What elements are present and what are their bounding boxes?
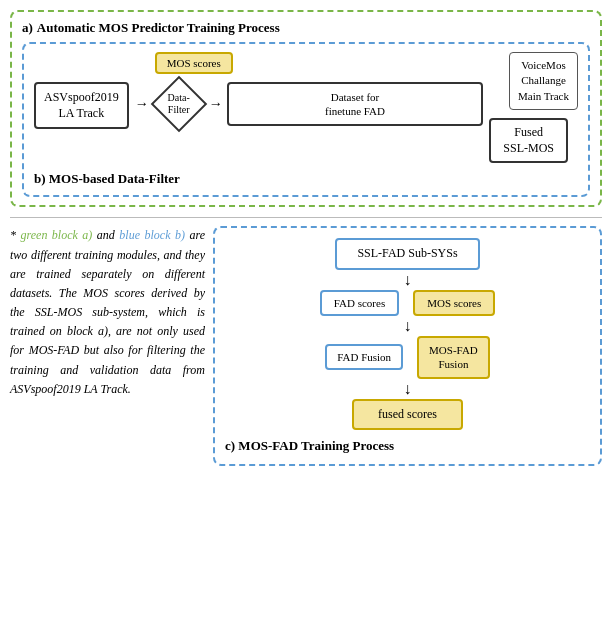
- c-arrow2: ↓: [404, 318, 412, 334]
- main-container: a) Automatic MOS Predictor Training Proc…: [0, 0, 612, 634]
- asv-box: ASVspoof2019LA Track: [34, 82, 129, 129]
- diamond-wrapper: Data-Filter: [153, 78, 205, 130]
- arrow1: →: [135, 96, 149, 112]
- section-c-title: MOS-FAD Training Process: [238, 438, 394, 453]
- section-b-header: b) MOS-based Data-Filter: [34, 171, 578, 187]
- middle-col: MOS scores → Data-Filter →: [135, 52, 484, 130]
- fad-fusion-label: FAD Fusion: [337, 351, 391, 363]
- fused-scores-label: fused scores: [378, 407, 437, 421]
- section-b-container: ASVspoof2019LA Track MOS scores →: [22, 42, 590, 197]
- mos-scores-c-label: MOS scores: [427, 297, 481, 309]
- voicemos-box: VoiceMosChallangeMain Track: [509, 52, 578, 110]
- middle-flow-row: → Data-Filter → Dataset forfinetune FAD: [135, 78, 484, 130]
- section-a-title-text: Automatic MOS Predictor Training Process: [37, 20, 280, 36]
- footnote-text: * green block a) and blue block b) are t…: [10, 226, 205, 465]
- data-filter-label: Data-Filter: [168, 92, 190, 116]
- fad-scores-label: FAD scores: [334, 297, 385, 309]
- section-c-letter: c): [225, 438, 235, 453]
- c-scores-row: FAD scores MOS scores: [320, 290, 496, 316]
- green-text-1: green block a): [21, 228, 93, 242]
- c-arrow1: ↓: [404, 272, 412, 288]
- mos-scores-box-b: MOS scores: [155, 52, 233, 74]
- c-fusion-row: FAD Fusion MOS-FADFusion: [325, 336, 490, 379]
- voicemos-label: VoiceMosChallangeMain Track: [518, 59, 569, 102]
- c-arrow3: ↓: [404, 381, 412, 397]
- section-a-header: a) Automatic MOS Predictor Training Proc…: [22, 20, 590, 36]
- fad-scores-box: FAD scores: [320, 290, 399, 316]
- dataset-label: Dataset forfinetune FAD: [325, 91, 385, 117]
- section-a-letter: a): [22, 20, 33, 36]
- diagram-area: ASVspoof2019LA Track MOS scores →: [34, 52, 578, 163]
- section-b-title: MOS-based Data-Filter: [49, 171, 180, 186]
- section-b-letter: b): [34, 171, 46, 186]
- left-col: ASVspoof2019LA Track: [34, 82, 129, 129]
- section-c-header: c) MOS-FAD Training Process: [225, 438, 394, 454]
- divider: [10, 217, 602, 218]
- mos-fad-fusion-box: MOS-FADFusion: [417, 336, 490, 379]
- fad-fusion-box: FAD Fusion: [325, 344, 403, 370]
- section-c-container: SSL-FAD Sub-SYSs ↓ FAD scores MOS scores…: [213, 226, 602, 465]
- fused-ssl-box: FusedSSL-MOS: [489, 118, 568, 163]
- dataset-box: Dataset forfinetune FAD: [227, 82, 484, 127]
- asv-label: ASVspoof2019LA Track: [44, 90, 119, 120]
- mos-scores-label: MOS scores: [167, 57, 221, 69]
- right-col: VoiceMosChallangeMain Track FusedSSL-MOS: [489, 52, 578, 163]
- footnote-content: * green block a) and blue block b) are t…: [10, 228, 205, 396]
- fused-scores-box: fused scores: [352, 399, 463, 430]
- mos-fad-fusion-label: MOS-FADFusion: [429, 344, 478, 370]
- mos-scores-c-box: MOS scores: [413, 290, 495, 316]
- fused-ssl-label: FusedSSL-MOS: [503, 125, 554, 155]
- ssl-fad-label: SSL-FAD Sub-SYSs: [357, 246, 457, 260]
- ssl-fad-box: SSL-FAD Sub-SYSs: [335, 238, 479, 270]
- sections-ab-container: a) Automatic MOS Predictor Training Proc…: [10, 10, 602, 207]
- bottom-section: * green block a) and blue block b) are t…: [10, 226, 602, 465]
- blue-text: blue block b): [119, 228, 185, 242]
- arrow2: →: [209, 96, 223, 112]
